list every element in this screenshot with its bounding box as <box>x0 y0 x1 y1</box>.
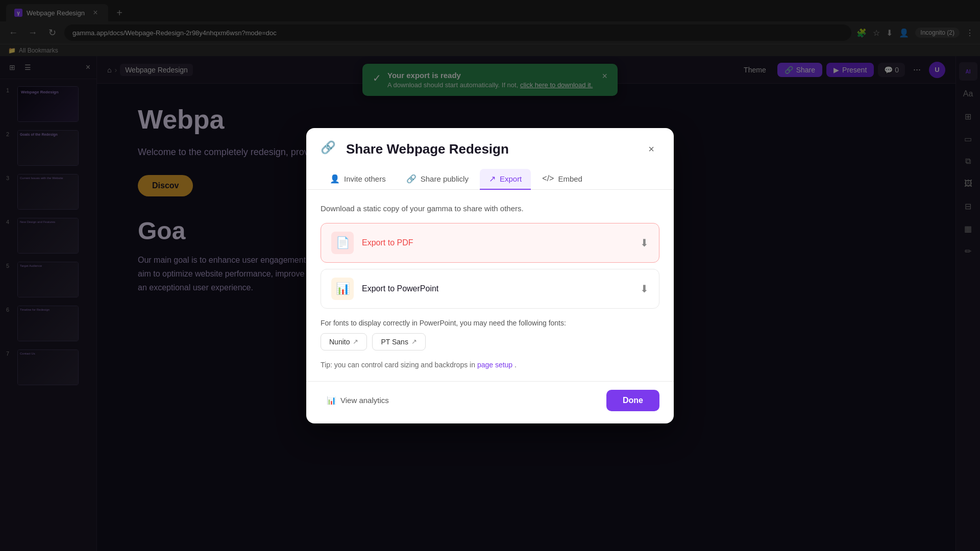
export-pdf-label: Export to PDF <box>362 238 640 247</box>
ppt-icon-wrap: 📊 <box>331 278 354 300</box>
modal-header-icon: 🔗 <box>321 140 339 159</box>
modal-description: Download a static copy of your gamma to … <box>321 204 659 213</box>
export-pdf-option[interactable]: 📄 Export to PDF ⬇ <box>321 223 659 263</box>
font-links: Nunito ↗ PT Sans ↗ <box>321 333 659 350</box>
tip-section: Tip: you can control card sizing and bac… <box>321 361 659 369</box>
view-analytics-button[interactable]: 📊 View analytics <box>321 392 395 409</box>
view-analytics-label: View analytics <box>340 396 389 405</box>
pdf-download-icon: ⬇ <box>640 237 649 249</box>
tab-invite-label: Invite others <box>344 174 386 183</box>
tab-export[interactable]: ↗ Export <box>480 169 531 190</box>
tip-suffix: . <box>514 361 517 369</box>
share-modal: 🔗 Share Webpage Redesign × 👤 Invite othe… <box>306 128 674 423</box>
tab-embed-label: Embed <box>558 174 582 183</box>
code-icon: </> <box>542 174 554 183</box>
link-icon: 🔗 <box>406 174 416 184</box>
page-setup-link[interactable]: page setup <box>477 361 512 369</box>
nunito-font-link[interactable]: Nunito ↗ <box>321 333 367 350</box>
external-link-icon: ↗ <box>353 338 358 345</box>
tab-invite-others[interactable]: 👤 Invite others <box>321 169 395 190</box>
export-ppt-option[interactable]: 📊 Export to PowerPoint ⬇ <box>321 269 659 309</box>
fonts-label: For fonts to display correctly in PowerP… <box>321 319 659 327</box>
ppt-download-icon: ⬇ <box>640 283 649 295</box>
modal-footer: 📊 View analytics Done <box>306 381 674 423</box>
tab-embed[interactable]: </> Embed <box>533 169 592 190</box>
pdf-icon: 📄 <box>336 236 350 249</box>
modal-tabs: 👤 Invite others 🔗 Share publicly ↗ Expor… <box>306 159 674 190</box>
user-icon: 👤 <box>330 174 340 184</box>
export-ppt-label: Export to PowerPoint <box>362 284 640 293</box>
tab-share-label: Share publicly <box>421 174 469 183</box>
pt-sans-font-link[interactable]: PT Sans ↗ <box>372 333 425 350</box>
fonts-section: For fonts to display correctly in PowerP… <box>321 319 659 350</box>
pt-sans-font-label: PT Sans <box>381 338 408 346</box>
modal-header: 🔗 Share Webpage Redesign × <box>306 128 674 159</box>
tip-prefix: Tip: you can control card sizing and bac… <box>321 361 477 369</box>
done-button[interactable]: Done <box>606 390 659 411</box>
modal-close-button[interactable]: × <box>643 141 659 158</box>
export-tab-icon: ↗ <box>489 174 496 184</box>
nunito-font-label: Nunito <box>329 338 350 346</box>
ppt-icon: 📊 <box>336 282 350 295</box>
modal-body: Download a static copy of your gamma to … <box>306 190 674 381</box>
modal-backdrop: 🔗 Share Webpage Redesign × 👤 Invite othe… <box>0 0 980 551</box>
modal-title: Share Webpage Redesign <box>346 141 636 157</box>
tab-export-label: Export <box>500 174 522 183</box>
external-link-icon-2: ↗ <box>411 338 417 345</box>
tab-share-publicly[interactable]: 🔗 Share publicly <box>397 169 478 190</box>
analytics-icon: 📊 <box>327 396 336 405</box>
pdf-icon-wrap: 📄 <box>331 232 354 254</box>
